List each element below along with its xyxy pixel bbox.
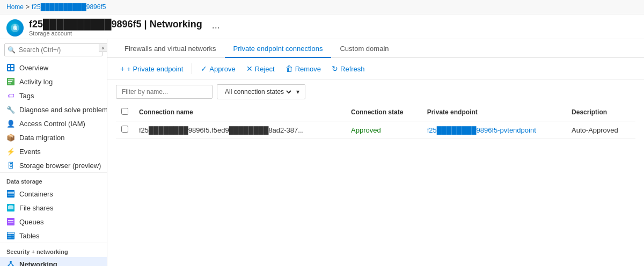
filter-name-input[interactable] (116, 85, 213, 99)
diagnose-icon: 🔧 (6, 105, 15, 114)
col-connection-name: Connection name (134, 104, 346, 121)
access-control-icon: 👤 (6, 119, 15, 128)
page-title: f25██████████9896f5 | Networking (29, 19, 202, 30)
plus-icon: + (120, 64, 125, 73)
reject-button[interactable]: ✕ Reject (242, 62, 279, 75)
sidebar-item-storage-browser[interactable]: 🗄 Storage browser (preview) (0, 158, 107, 172)
svg-rect-22 (8, 237, 11, 238)
svg-rect-3 (11, 65, 13, 67)
sidebar-item-diagnose[interactable]: 🔧 Diagnose and solve problems (0, 103, 107, 116)
resource-subtitle: Storage account (29, 30, 202, 37)
file-shares-label: File shares (19, 204, 54, 212)
svg-point-26 (12, 265, 14, 266)
data-migration-label: Data migration (19, 134, 65, 142)
row-private-endpoint: f25████████9896f5-pvtendpoint (422, 121, 566, 139)
tags-icon: 🏷 (6, 91, 15, 100)
main-layout: 🔍 « Overview Activity log 🏷 Tags 🔧 Diagn… (0, 39, 644, 266)
page-header: f25██████████9896f5 | Networking Storage… (0, 14, 644, 39)
data-storage-section: Data storage (0, 172, 107, 187)
reject-label: Reject (255, 65, 275, 73)
table-header: Connection name Connection state Private… (116, 104, 635, 121)
row-connection-name: f25████████9896f5.f5ed9████████8ad2-387.… (134, 121, 346, 139)
connection-name-value: f25████████9896f5.f5ed9████████8ad2-387.… (139, 126, 304, 134)
overview-label: Overview (19, 64, 48, 72)
refresh-icon: ↻ (332, 64, 338, 73)
connections-table: Connection name Connection state Private… (116, 104, 635, 139)
sidebar-item-access-control[interactable]: 👤 Access Control (IAM) (0, 116, 107, 130)
svg-rect-8 (8, 81, 12, 82)
svg-rect-19 (8, 232, 14, 234)
diagnose-label: Diagnose and solve problems (19, 106, 107, 114)
sidebar-item-queues[interactable]: Queues (0, 215, 107, 229)
tab-bar: Firewalls and virtual networks Private e… (107, 39, 644, 58)
refresh-label: Refresh (340, 65, 365, 73)
svg-point-25 (8, 265, 10, 266)
collapse-sidebar-button[interactable]: « (99, 43, 107, 52)
svg-rect-17 (8, 222, 13, 223)
activity-log-label: Activity log (19, 78, 53, 86)
tables-icon (6, 231, 15, 240)
search-input[interactable] (4, 43, 103, 56)
data-migration-icon: 📦 (6, 133, 15, 142)
tables-label: Tables (19, 232, 40, 240)
sidebar-item-events[interactable]: ⚡ Events (0, 144, 107, 158)
dropdown-chevron-icon: ▾ (296, 88, 299, 96)
sidebar-item-overview[interactable]: Overview (0, 61, 107, 75)
remove-button[interactable]: 🗑 Remove (281, 62, 325, 75)
sidebar-item-activity-log[interactable]: Activity log (0, 75, 107, 89)
row-checkbox-cell (116, 121, 134, 139)
private-endpoint-label: + Private endpoint (127, 65, 183, 73)
sidebar-item-tags[interactable]: 🏷 Tags (0, 89, 107, 103)
events-label: Events (19, 148, 41, 156)
sidebar-item-file-shares[interactable]: File shares (0, 201, 107, 215)
svg-rect-20 (8, 235, 11, 236)
tab-private-endpoints[interactable]: Private endpoint connections (225, 39, 332, 58)
queues-icon (6, 217, 15, 226)
activity-log-icon (6, 77, 15, 86)
sidebar-item-tables[interactable]: Tables (0, 229, 107, 243)
more-options-button[interactable]: ··· (212, 22, 220, 33)
refresh-button[interactable]: ↻ Refresh (327, 62, 369, 75)
breadcrumb-resource[interactable]: f25██████████9896f5 (32, 3, 106, 11)
toolbar-separator-1 (192, 63, 192, 74)
row-description: Auto-Approved (566, 121, 635, 139)
svg-point-24 (10, 261, 12, 263)
containers-icon (6, 189, 15, 198)
select-all-checkbox[interactable] (121, 108, 128, 115)
svg-rect-12 (8, 193, 14, 194)
row-checkbox[interactable] (121, 126, 128, 133)
svg-rect-7 (8, 79, 13, 81)
svg-rect-16 (8, 220, 13, 221)
storage-browser-label: Storage browser (preview) (19, 162, 101, 170)
header-text: f25██████████9896f5 | Networking Storage… (29, 19, 202, 37)
svg-rect-4 (8, 68, 10, 70)
sidebar-item-containers[interactable]: Containers (0, 187, 107, 201)
search-box: 🔍 (4, 43, 103, 56)
remove-label: Remove (295, 65, 321, 73)
checkmark-icon: ✓ (201, 64, 207, 73)
tags-label: Tags (19, 92, 34, 100)
connection-state-value: Approved (351, 126, 381, 134)
networking-icon (6, 260, 15, 266)
connection-state-filter[interactable]: All connection states ▾ (217, 84, 305, 99)
sidebar-item-data-migration[interactable]: 📦 Data migration (0, 130, 107, 144)
action-toolbar: + + Private endpoint ✓ Approve ✕ Reject … (107, 58, 644, 80)
queues-label: Queues (19, 218, 44, 226)
svg-rect-21 (11, 235, 14, 236)
approve-button[interactable]: ✓ Approve (196, 62, 239, 75)
tab-custom-domain[interactable]: Custom domain (331, 39, 397, 58)
networking-label: Networking (19, 260, 57, 267)
private-endpoint-button[interactable]: + + Private endpoint (116, 62, 187, 75)
sidebar-item-networking[interactable]: Networking (0, 257, 107, 266)
col-private-endpoint: Private endpoint (422, 104, 566, 121)
connections-table-container: Connection name Connection state Private… (107, 104, 644, 266)
events-icon: ⚡ (6, 147, 15, 156)
connection-state-select[interactable]: All connection states (223, 87, 293, 96)
private-endpoint-link[interactable]: f25████████9896f5-pvtendpoint (427, 126, 536, 134)
access-control-label: Access Control (IAM) (19, 120, 85, 128)
tab-firewalls[interactable]: Firewalls and virtual networks (116, 39, 225, 58)
filter-bar: All connection states ▾ (107, 80, 644, 104)
containers-label: Containers (19, 190, 53, 198)
select-all-cell (116, 104, 134, 121)
breadcrumb-home[interactable]: Home (6, 3, 24, 11)
